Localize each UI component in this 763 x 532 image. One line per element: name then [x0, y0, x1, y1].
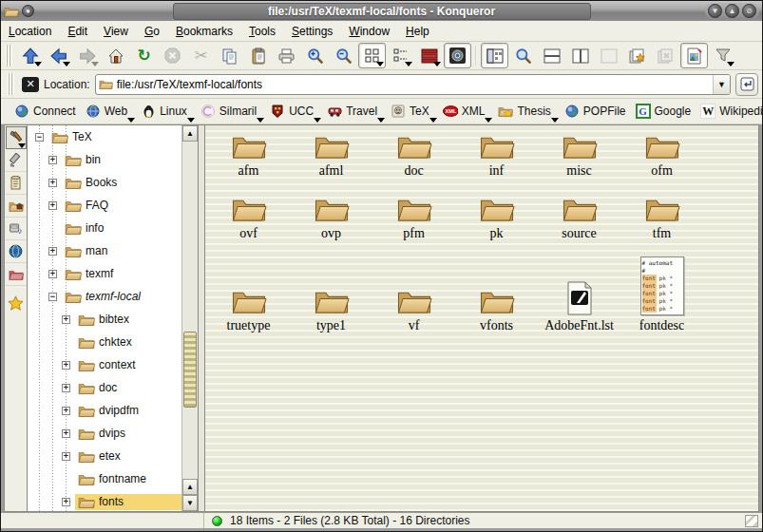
tree-expander[interactable]: [62, 429, 70, 438]
sidebar-history-button[interactable]: [6, 172, 27, 195]
bookmark-silmaril[interactable]: Silmaril: [197, 101, 264, 123]
paste-button[interactable]: [244, 43, 272, 68]
file-item[interactable]: # automat#font pk *font pk *font pk *fon…: [290, 194, 372, 241]
find-file-button[interactable]: [509, 43, 537, 68]
menu-tools[interactable]: Tools: [249, 25, 276, 38]
icon-view-button[interactable]: [358, 43, 386, 68]
sidebar-home-button[interactable]: [6, 195, 27, 218]
menu-settings[interactable]: Settings: [292, 25, 333, 38]
bookmark-tex[interactable]: TeX: [387, 101, 437, 123]
zoom-in-button[interactable]: [301, 43, 329, 68]
tree-item[interactable]: context: [28, 353, 181, 376]
detail-view-button[interactable]: [415, 43, 443, 68]
menu-window[interactable]: Window: [349, 25, 390, 38]
titlebar[interactable]: ● file:/usr/TeX/texmf-local/fonts - Konq…: [1, 1, 762, 21]
image-preview-button[interactable]: [680, 43, 708, 68]
file-item[interactable]: # automat#font pk *font pk *font pk *fon…: [372, 286, 455, 333]
file-item[interactable]: # automat#font pk *font pk *font pk *fon…: [455, 131, 538, 179]
tree-expander[interactable]: [48, 270, 57, 278]
bookmark-google[interactable]: G Google: [632, 101, 696, 123]
tree-expander[interactable]: [48, 247, 57, 256]
menu-bookmarks[interactable]: Bookmarks: [176, 25, 233, 38]
file-item[interactable]: # automat#font pk *font pk *font pk *fon…: [620, 256, 703, 333]
clear-location-button[interactable]: ✕: [22, 77, 39, 92]
menu-help[interactable]: Help: [406, 25, 429, 38]
file-item[interactable]: # automat#font pk *font pk *font pk *fon…: [620, 194, 703, 241]
folder-icon-view[interactable]: # automat#font pk *font pk *font pk *fon…: [204, 124, 759, 512]
menu-location[interactable]: Location: [9, 25, 51, 38]
file-item[interactable]: # automat#font pk *font pk *font pk *fon…: [372, 194, 455, 241]
window-sticky-button[interactable]: ●: [22, 5, 34, 17]
tree-expander[interactable]: [62, 384, 70, 392]
remove-active-view-button[interactable]: [595, 43, 622, 68]
stop-button[interactable]: [159, 43, 186, 68]
zoom-out-button[interactable]: [330, 43, 357, 68]
sidebar-services-button[interactable]: ♪: [6, 218, 27, 240]
tree-item[interactable]: man: [28, 239, 181, 262]
tree-item[interactable]: dvipdfm: [28, 399, 181, 422]
tree-expander[interactable]: [62, 361, 70, 370]
tree-expander[interactable]: [48, 156, 57, 164]
tree-item[interactable]: etex: [28, 445, 181, 467]
tree-expander[interactable]: [48, 201, 57, 210]
file-item[interactable]: # automat#font pk *font pk *font pk *fon…: [207, 286, 290, 333]
file-item[interactable]: # automat#font pk *font pk *font pk *fon…: [538, 131, 620, 179]
file-item[interactable]: # automat#font pk *font pk *font pk *fon…: [455, 194, 538, 241]
bookmark-web[interactable]: Web: [82, 101, 135, 123]
file-item[interactable]: # automat#font pk *font pk *font pk *fon…: [290, 286, 372, 333]
tree-item[interactable]: TeX: [28, 125, 181, 148]
file-item[interactable]: # automat#font pk *font pk *font pk *fon…: [372, 131, 455, 179]
maximize-button[interactable]: ▲: [725, 4, 739, 18]
tree-expander[interactable]: [48, 293, 57, 301]
scroll-up-button[interactable]: ▲: [182, 125, 198, 142]
close-button[interactable]: ⊘: [742, 4, 756, 18]
file-item[interactable]: # automat#font pk *font pk *font pk *fon…: [538, 281, 620, 333]
tree-item[interactable]: info: [28, 217, 181, 239]
toolbar-drag-handle[interactable]: [6, 45, 12, 66]
new-tab-button[interactable]: [623, 43, 651, 68]
scroll-thumb[interactable]: [183, 332, 197, 408]
split-view-top-bottom-button[interactable]: [538, 43, 565, 68]
tree-item[interactable]: doc: [28, 376, 181, 399]
tree-item[interactable]: dvips: [28, 422, 181, 445]
tree-item[interactable]: fonts: [28, 490, 181, 512]
tree-expander[interactable]: [62, 452, 70, 461]
tree-item[interactable]: bin: [28, 148, 181, 171]
cut-button[interactable]: ✂: [187, 43, 215, 68]
reload-button[interactable]: ↻: [130, 43, 158, 68]
sidebar-network-button[interactable]: [6, 240, 27, 263]
file-item[interactable]: # automat#font pk *font pk *font pk *fon…: [207, 194, 290, 241]
tree-view-button[interactable]: [387, 43, 414, 68]
tree-item[interactable]: Books: [28, 171, 181, 194]
print-button[interactable]: [273, 43, 300, 68]
bookmark-wikipedia[interactable]: W Wikipedia: [696, 101, 763, 123]
menu-view[interactable]: View: [104, 25, 128, 38]
resize-grip[interactable]: [745, 515, 758, 527]
location-dropdown-arrow[interactable]: ▼: [713, 75, 730, 94]
sidebar-root-folder-button[interactable]: [6, 263, 27, 286]
bookmark-connect[interactable]: Connect: [10, 101, 80, 123]
bookmark-thesis[interactable]: Thesis: [494, 101, 558, 123]
menu-go[interactable]: Go: [144, 25, 160, 38]
tree-expander[interactable]: [35, 133, 44, 142]
minimize-button[interactable]: ▼: [708, 4, 722, 18]
home-button[interactable]: [102, 43, 129, 68]
menu-edit[interactable]: Edit: [67, 25, 87, 38]
sidebar-configure-button[interactable]: [6, 126, 27, 149]
tree-item[interactable]: fontname: [28, 467, 181, 490]
scroll-down-button[interactable]: ▼: [182, 495, 198, 511]
bookmark-xml[interactable]: XML XML: [439, 101, 493, 123]
scroll-track[interactable]: [182, 142, 198, 479]
up-button[interactable]: [16, 43, 44, 68]
bookmark-linux[interactable]: Linux: [137, 101, 195, 123]
tree-item[interactable]: texmf-local: [28, 285, 181, 308]
bookmark-travel[interactable]: Travel: [323, 101, 385, 123]
tree-expander[interactable]: [62, 315, 70, 324]
tree-item[interactable]: bibtex: [28, 308, 181, 331]
back-button[interactable]: [45, 43, 72, 68]
tree-expander[interactable]: [62, 407, 70, 415]
go-button[interactable]: [735, 73, 758, 96]
location-toolbar-handle[interactable]: [8, 73, 14, 95]
bookmark-popfile[interactable]: POPFile: [561, 101, 630, 123]
close-tab-button[interactable]: [652, 43, 679, 68]
